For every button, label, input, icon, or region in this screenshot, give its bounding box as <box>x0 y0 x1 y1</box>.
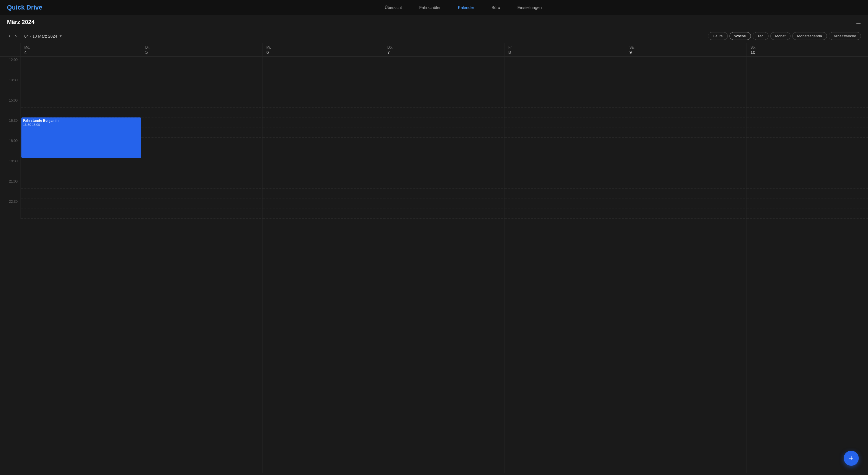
time-row <box>21 178 142 199</box>
half-hour-divider <box>505 67 626 67</box>
nav-arrows: ‹ › <box>7 32 19 40</box>
half-hour-divider <box>384 148 505 148</box>
date-range-text: 04 - 10 März 2024 <box>24 34 57 38</box>
time-row <box>747 199 868 219</box>
half-hour-divider <box>384 107 505 108</box>
half-hour-divider <box>626 87 747 87</box>
time-row <box>626 97 747 117</box>
day-col-5 <box>626 57 747 473</box>
day-col-1 <box>142 57 263 473</box>
time-row <box>626 158 747 178</box>
time-label-12-00: 12:00 <box>0 57 21 77</box>
time-row <box>142 138 263 158</box>
view-btn-heute[interactable]: Heute <box>708 32 728 40</box>
time-row <box>747 138 868 158</box>
time-row <box>626 57 747 77</box>
menu-icon[interactable]: ☰ <box>856 19 861 26</box>
time-row <box>384 178 505 199</box>
day-col-4 <box>505 57 626 473</box>
time-row <box>505 178 626 199</box>
day-header-so: So.10 <box>747 43 868 56</box>
half-hour-divider <box>21 87 142 87</box>
time-row <box>21 158 142 178</box>
time-row <box>263 97 384 117</box>
time-label-15-00: 15:00 <box>0 97 21 117</box>
time-label-19-30: 19:30 <box>0 158 21 178</box>
view-btn-monat[interactable]: Monat <box>770 32 790 40</box>
half-hour-divider <box>384 67 505 67</box>
view-btn-tag[interactable]: Tag <box>753 32 769 40</box>
day-col-2 <box>263 57 384 473</box>
time-row <box>21 97 142 117</box>
time-grid: 12:0013:3015:0016:3018:0019:3021:0022:30… <box>0 57 868 473</box>
time-row <box>384 199 505 219</box>
nav-link-fahrschuler[interactable]: Fahrschüler <box>419 4 441 11</box>
day-header-fr: Fr.8 <box>505 43 626 56</box>
date-range-selector[interactable]: 04 - 10 März 2024 ▼ <box>22 33 65 40</box>
time-row <box>142 117 263 138</box>
view-buttons: HeuteWocheTagMonatMonatsagendaArbeitswoc… <box>708 32 861 40</box>
time-row <box>21 77 142 97</box>
time-row <box>263 117 384 138</box>
half-hour-divider <box>263 209 384 209</box>
day-header-mo: Mo.4 <box>21 43 142 56</box>
prev-arrow-button[interactable]: ‹ <box>7 32 12 40</box>
gutter-header <box>0 43 21 56</box>
half-hour-divider <box>142 87 263 87</box>
time-row <box>747 158 868 178</box>
time-row <box>142 199 263 219</box>
half-hour-divider <box>142 209 263 209</box>
time-labels: 12:0013:3015:0016:3018:0019:3021:0022:30 <box>0 57 21 473</box>
view-btn-arbeitswoche[interactable]: Arbeitswoche <box>829 32 861 40</box>
day-columns: Fahrstunde Benjamin 16:30 18:00 <box>21 57 868 473</box>
time-label-13-30: 13:30 <box>0 77 21 97</box>
half-hour-divider <box>747 107 868 108</box>
time-row <box>263 138 384 158</box>
time-row <box>142 158 263 178</box>
half-hour-divider <box>142 107 263 108</box>
half-hour-divider <box>505 148 626 148</box>
month-header: März 2024 ☰ <box>0 15 868 29</box>
time-row <box>263 178 384 199</box>
time-row <box>747 97 868 117</box>
time-row <box>505 199 626 219</box>
nav-link-buro[interactable]: Büro <box>492 4 500 11</box>
time-row <box>505 77 626 97</box>
time-row <box>505 57 626 77</box>
add-event-button[interactable]: + <box>844 451 859 466</box>
chevron-down-icon: ▼ <box>59 34 62 38</box>
time-row <box>142 57 263 77</box>
next-arrow-button[interactable]: › <box>13 32 19 40</box>
nav-link-einstellungen[interactable]: Einstellungen <box>517 4 541 11</box>
day-header-mi: Mi.6 <box>263 43 384 56</box>
half-hour-divider <box>747 127 868 128</box>
half-hour-divider <box>263 67 384 67</box>
nav-links: ÜbersichtFahrschülerKalenderBüroEinstell… <box>65 4 861 11</box>
top-navigation: Quick Drive ÜbersichtFahrschülerKalender… <box>0 0 868 15</box>
nav-link-kalender[interactable]: Kalender <box>458 4 474 11</box>
view-btn-monatsagenda[interactable]: Monatsagenda <box>792 32 827 40</box>
time-row <box>626 178 747 199</box>
half-hour-divider <box>626 107 747 108</box>
view-btn-woche[interactable]: Woche <box>730 32 751 40</box>
half-hour-divider <box>263 107 384 108</box>
half-hour-divider <box>21 107 142 108</box>
day-header-sa: Sa.9 <box>626 43 747 56</box>
nav-link-ubersicht[interactable]: Übersicht <box>385 4 402 11</box>
calendar-wrapper: Mo.4Di.5Mi.6Do.7Fr.8Sa.9So.10 12:0013:30… <box>0 43 868 473</box>
half-hour-divider <box>505 107 626 108</box>
time-row <box>384 158 505 178</box>
half-hour-divider <box>142 67 263 67</box>
half-hour-divider <box>384 87 505 87</box>
time-row <box>142 77 263 97</box>
day-col-6 <box>747 57 868 473</box>
event-block[interactable]: Fahrstunde Benjamin 16:30 18:00 <box>21 117 141 158</box>
half-hour-divider <box>747 67 868 67</box>
time-row <box>263 57 384 77</box>
half-hour-divider <box>626 209 747 209</box>
toolbar: ‹ › 04 - 10 März 2024 ▼ HeuteWocheTagMon… <box>0 29 868 43</box>
time-row <box>626 117 747 138</box>
time-row <box>263 77 384 97</box>
half-hour-divider <box>747 148 868 148</box>
time-row <box>21 57 142 77</box>
